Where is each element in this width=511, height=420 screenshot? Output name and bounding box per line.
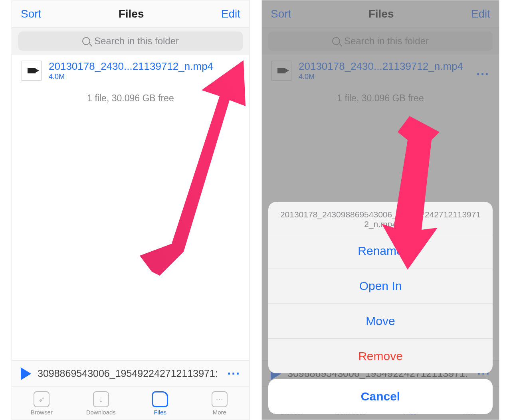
file-size: 4.0M <box>49 73 219 81</box>
tab-more[interactable]: More <box>190 387 250 420</box>
tab-files[interactable]: Files <box>131 387 190 420</box>
page-title: Files <box>119 8 144 20</box>
search-placeholder: Search in this folder <box>94 35 179 47</box>
sheet-filename: 20130178_243098869543006_195492242712113… <box>268 202 493 233</box>
files-screen-actionsheet: Sort Files Edit Search in this folder 20… <box>261 0 499 420</box>
search-wrap: Search in this folder <box>12 28 249 55</box>
file-info: 20130178_2430...21139712_n.mp4 4.0M <box>49 60 219 81</box>
files-icon <box>152 391 168 407</box>
file-name: 20130178_2430...21139712_n.mp4 <box>49 60 219 73</box>
folder-status: 1 file, 30.096 GB free <box>12 87 249 110</box>
player-bar[interactable]: 3098869543006_195492242712113971: ··· <box>12 360 249 387</box>
remove-button[interactable]: Remove <box>268 338 493 373</box>
player-more-button[interactable]: ··· <box>227 366 240 381</box>
action-sheet: 20130178_243098869543006_195492242712113… <box>268 202 493 414</box>
play-icon[interactable] <box>21 367 31 380</box>
tab-browser[interactable]: Browser <box>12 387 71 420</box>
sort-button[interactable]: Sort <box>21 8 41 20</box>
files-screen: Sort Files Edit Search in this folder 20… <box>12 0 250 420</box>
move-button[interactable]: Move <box>268 303 493 338</box>
tab-bar: Browser Downloads Files More <box>12 387 249 420</box>
download-icon <box>93 391 109 407</box>
compass-icon <box>34 391 50 407</box>
navbar: Sort Files Edit <box>12 0 249 28</box>
search-input[interactable]: Search in this folder <box>18 32 243 51</box>
more-icon <box>212 391 228 407</box>
file-row[interactable]: 20130178_2430...21139712_n.mp4 4.0M ... <box>12 55 249 87</box>
search-icon <box>82 37 90 45</box>
cancel-button[interactable]: Cancel <box>268 379 493 414</box>
player-filename: 3098869543006_195492242712113971: <box>38 368 221 379</box>
openin-button[interactable]: Open In <box>268 268 493 303</box>
tab-downloads[interactable]: Downloads <box>71 387 131 420</box>
video-icon <box>22 61 42 81</box>
file-more-button[interactable]: ... <box>226 63 240 78</box>
rename-button[interactable]: Rename <box>268 233 493 268</box>
edit-button[interactable]: Edit <box>221 8 240 20</box>
